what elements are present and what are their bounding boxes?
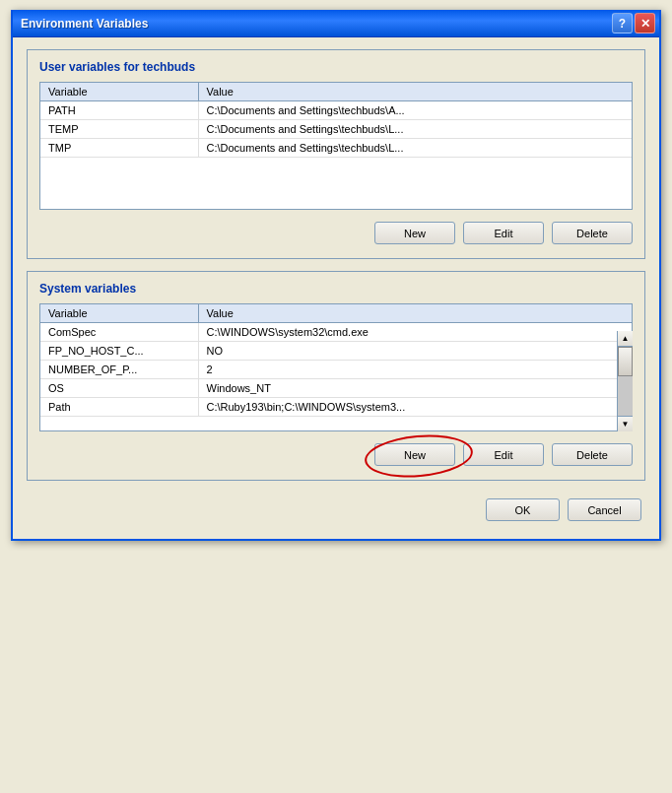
environment-variables-dialog: Environment Variables ? ✕ User variables… bbox=[11, 10, 661, 541]
variable-cell: TMP bbox=[40, 139, 198, 158]
sys-col-variable: Variable bbox=[40, 304, 198, 323]
system-scrollbar[interactable]: ▲ ▼ bbox=[617, 331, 633, 431]
scrollbar-thumb[interactable] bbox=[618, 347, 633, 376]
system-new-btn-wrapper: New bbox=[374, 443, 455, 466]
sys-col-value: Value bbox=[198, 304, 632, 323]
title-bar: Environment Variables ? ✕ bbox=[13, 10, 659, 37]
variable-cell: NUMBER_OF_P... bbox=[40, 361, 198, 379]
value-cell: C:\WINDOWS\system32\cmd.exe bbox=[198, 323, 632, 342]
variable-cell: Path bbox=[40, 398, 198, 417]
system-table-wrapper: Variable Value ComSpecC:\WINDOWS\system3… bbox=[39, 303, 633, 431]
table-row[interactable]: FP_NO_HOST_C...NO bbox=[40, 342, 632, 361]
user-edit-button[interactable]: Edit bbox=[463, 222, 544, 244]
system-button-row: New Edit Delete bbox=[39, 441, 633, 468]
variable-cell: FP_NO_HOST_C... bbox=[40, 342, 198, 361]
user-variables-title: User variables for techbuds bbox=[39, 60, 633, 74]
table-row[interactable]: PATHC:\Documents and Settings\techbuds\A… bbox=[40, 101, 632, 120]
title-bar-buttons: ? ✕ bbox=[612, 13, 655, 33]
user-variables-table: Variable Value PATHC:\Documents and Sett… bbox=[40, 83, 632, 158]
window-body: User variables for techbuds Variable Val… bbox=[13, 37, 659, 539]
user-variables-table-container: Variable Value PATHC:\Documents and Sett… bbox=[39, 82, 633, 210]
ok-button[interactable]: OK bbox=[486, 498, 560, 521]
window-title: Environment Variables bbox=[21, 17, 148, 31]
table-row[interactable]: TEMPC:\Documents and Settings\techbuds\L… bbox=[40, 120, 632, 139]
user-col-variable: Variable bbox=[40, 83, 198, 101]
value-cell: Windows_NT bbox=[198, 379, 632, 398]
user-button-row: New Edit Delete bbox=[39, 220, 633, 246]
value-cell: C:\Documents and Settings\techbuds\A... bbox=[198, 101, 632, 120]
system-variables-section: System variables Variable Value ComSpecC… bbox=[27, 271, 645, 481]
value-cell: NO bbox=[198, 342, 632, 361]
user-delete-button[interactable]: Delete bbox=[552, 222, 633, 244]
value-cell: C:\Documents and Settings\techbuds\L... bbox=[198, 139, 632, 158]
value-cell: C:\Documents and Settings\techbuds\L... bbox=[198, 120, 632, 139]
system-edit-button[interactable]: Edit bbox=[463, 443, 544, 466]
scrollbar-up-arrow[interactable]: ▲ bbox=[618, 331, 633, 347]
system-variables-title: System variables bbox=[39, 282, 633, 296]
user-new-button[interactable]: New bbox=[374, 222, 455, 244]
close-button[interactable]: ✕ bbox=[635, 13, 655, 33]
user-variables-section: User variables for techbuds Variable Val… bbox=[27, 49, 645, 259]
table-row[interactable]: PathC:\Ruby193\bin;C:\WINDOWS\system3... bbox=[40, 398, 632, 417]
table-row[interactable]: TMPC:\Documents and Settings\techbuds\L.… bbox=[40, 139, 632, 158]
variable-cell: TEMP bbox=[40, 120, 198, 139]
help-button[interactable]: ? bbox=[612, 13, 633, 33]
system-variables-table-container: Variable Value ComSpecC:\WINDOWS\system3… bbox=[39, 303, 633, 431]
value-cell: 2 bbox=[198, 361, 632, 379]
variable-cell: ComSpec bbox=[40, 323, 198, 342]
user-col-value: Value bbox=[198, 83, 632, 101]
table-row[interactable]: NUMBER_OF_P...2 bbox=[40, 361, 632, 379]
value-cell: C:\Ruby193\bin;C:\WINDOWS\system3... bbox=[198, 398, 632, 417]
variable-cell: PATH bbox=[40, 101, 198, 120]
variable-cell: OS bbox=[40, 379, 198, 398]
table-row[interactable]: ComSpecC:\WINDOWS\system32\cmd.exe bbox=[40, 323, 632, 342]
table-row[interactable]: OSWindows_NT bbox=[40, 379, 632, 398]
system-delete-button[interactable]: Delete bbox=[552, 443, 633, 466]
cancel-button[interactable]: Cancel bbox=[568, 498, 641, 521]
scrollbar-down-arrow[interactable]: ▼ bbox=[618, 416, 633, 431]
footer-buttons: OK Cancel bbox=[27, 493, 645, 525]
system-variables-table: Variable Value ComSpecC:\WINDOWS\system3… bbox=[40, 304, 632, 417]
system-new-button[interactable]: New bbox=[374, 443, 455, 466]
scrollbar-track bbox=[618, 347, 633, 416]
